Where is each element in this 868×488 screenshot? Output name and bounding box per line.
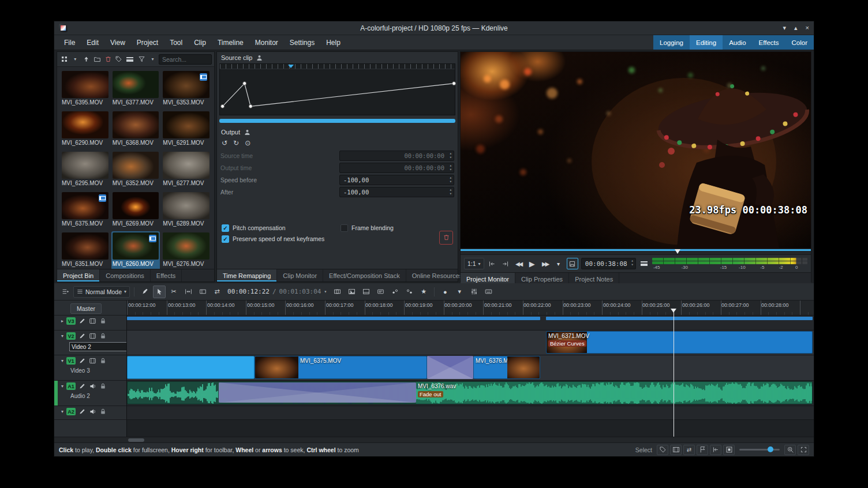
- audio-crossfade[interactable]: [219, 382, 416, 403]
- view-mode-icon[interactable]: [59, 54, 69, 65]
- tab-effect-stack[interactable]: Effect/Composition Stack: [323, 269, 406, 281]
- preserve-speed-checkbox[interactable]: ✓Preserve speed of next keyframes: [222, 235, 324, 243]
- workspace-tab-effects[interactable]: Effects: [753, 35, 785, 50]
- tab-effects[interactable]: Effects: [151, 269, 182, 281]
- maximize-icon[interactable]: ▴: [794, 24, 798, 32]
- thumbnails-icon[interactable]: [345, 286, 358, 298]
- tag-icon[interactable]: [114, 54, 124, 65]
- edit-icon[interactable]: [78, 408, 86, 415]
- bin-clip[interactable]: MVI_6290.MOV: [61, 110, 110, 150]
- lock-icon[interactable]: [99, 382, 107, 390]
- timeline-empty-area[interactable]: [127, 420, 814, 437]
- timeline-playhead[interactable]: [674, 310, 674, 437]
- subtitle-icon[interactable]: [374, 286, 387, 298]
- master-track-button[interactable]: Master: [70, 303, 102, 314]
- curve-zoombar[interactable]: [219, 119, 455, 123]
- bin-clip[interactable]: MVI_6377.MOV: [111, 70, 160, 110]
- track-header-v2[interactable]: ▾ V2: [54, 331, 127, 355]
- fade-in-icon[interactable]: [388, 286, 401, 298]
- remap-curve[interactable]: [220, 73, 457, 114]
- edit-mode-combo[interactable]: Normal Mode▾: [73, 286, 130, 298]
- edit-icon[interactable]: [78, 357, 86, 365]
- mix-clips-icon[interactable]: [331, 286, 343, 298]
- bin-clip[interactable]: MVI_6277.MOV: [162, 151, 211, 190]
- titlebar[interactable]: A-colorful-project / HD 1080p 25 fps — K…: [54, 21, 814, 35]
- workspace-tab-editing[interactable]: Editing: [690, 35, 723, 50]
- timeline-clip-mvi6371[interactable]: MVI_6371.MOV Bézier Curves: [546, 331, 813, 354]
- bin-clip[interactable]: MVI_6395.MOV: [61, 70, 110, 110]
- keyboard-icon[interactable]: [482, 286, 495, 298]
- record-options-chevron-icon[interactable]: ▾: [453, 286, 466, 298]
- tab-project-bin[interactable]: Project Bin: [57, 269, 100, 281]
- monitor-menu-icon[interactable]: [639, 258, 649, 269]
- lock-icon[interactable]: [99, 332, 107, 340]
- speaker-icon[interactable]: [89, 408, 96, 415]
- timeline-clip[interactable]: [127, 317, 540, 320]
- timeline-clip-mvi6376[interactable]: MVI_6376.MOV: [473, 356, 540, 379]
- bin-clip-selected[interactable]: MVI_6260.MOV: [111, 231, 160, 269]
- loop-zone-icon[interactable]: [567, 258, 578, 269]
- prev-keyframe-icon[interactable]: ↺: [222, 139, 227, 147]
- center-keyframe-icon[interactable]: ⊙: [245, 139, 250, 147]
- track-header-v1[interactable]: ▾ V1 Video 3: [54, 355, 127, 381]
- menu-view[interactable]: View: [105, 39, 130, 47]
- track-name-input[interactable]: [69, 342, 127, 351]
- frame-blending-checkbox[interactable]: Frame blending: [341, 224, 394, 232]
- timeline-clip-audio[interactable]: MVI_6376.wav Fade out: [127, 381, 813, 404]
- menu-project[interactable]: Project: [132, 39, 163, 47]
- track-header-a2[interactable]: ▾ A2: [54, 406, 127, 420]
- create-folder-icon[interactable]: [92, 54, 102, 65]
- zoom-slider-handle[interactable]: [768, 446, 773, 452]
- spacer-tool-icon[interactable]: [139, 286, 151, 298]
- thumbnails-toggle-icon[interactable]: [670, 445, 682, 455]
- collapse-icon[interactable]: ▾: [61, 358, 63, 363]
- parent-folder-icon[interactable]: [81, 54, 91, 65]
- record-icon[interactable]: ●: [439, 286, 451, 298]
- pitch-compensation-checkbox[interactable]: ✓Pitch compensation: [222, 224, 337, 232]
- lock-icon[interactable]: [99, 357, 107, 365]
- bin-clip[interactable]: MVI_6276.MOV: [162, 231, 211, 269]
- menu-timeline[interactable]: Timeline: [212, 39, 249, 47]
- menu-monitor[interactable]: Monitor: [250, 39, 283, 47]
- ripple-tool-icon[interactable]: [196, 286, 209, 298]
- track-header-a1[interactable]: ▾ A1 Audio 2: [54, 381, 127, 406]
- minimize-icon[interactable]: ▾: [783, 24, 787, 32]
- monitor-zoom-combo[interactable]: 1:1▾: [464, 258, 484, 269]
- timeline-clip[interactable]: [127, 356, 255, 379]
- tag-toggle-icon[interactable]: [657, 445, 668, 455]
- bin-menu-icon[interactable]: [125, 54, 134, 65]
- video-track-icon[interactable]: [89, 317, 96, 325]
- view-mode-chevron-icon[interactable]: ▾: [70, 54, 80, 65]
- track-a1-lane[interactable]: MVI_6376.wav Fade out: [127, 381, 814, 406]
- spacer-insert-icon[interactable]: [182, 286, 194, 298]
- close-icon[interactable]: ×: [806, 24, 809, 32]
- rewind-icon[interactable]: ◀◀: [514, 258, 524, 269]
- track-badge[interactable]: V1: [66, 357, 76, 365]
- filter-icon[interactable]: [137, 54, 147, 65]
- collapse-icon[interactable]: ▾: [61, 384, 63, 389]
- selection-tool-icon[interactable]: [153, 286, 166, 298]
- track-v3-lane[interactable]: [127, 316, 814, 331]
- bin-clip[interactable]: MVI_6353.MOV: [162, 70, 211, 110]
- edit-icon[interactable]: [78, 332, 86, 340]
- workspace-tab-logging[interactable]: Logging: [653, 35, 690, 50]
- search-input[interactable]: [159, 54, 212, 65]
- filter-chevron-icon[interactable]: ▾: [148, 54, 158, 65]
- delete-keyframe-button[interactable]: [439, 231, 453, 245]
- delete-icon[interactable]: [103, 54, 113, 65]
- crossfade-transition[interactable]: [427, 356, 473, 379]
- keyframe-curve-editor[interactable]: [219, 63, 455, 115]
- speed-before-spinbox[interactable]: -100,00▴▾: [339, 175, 454, 185]
- bin-clip[interactable]: MVI_6291.MOV: [162, 110, 211, 150]
- track-v2-lane[interactable]: MVI_6371.MOV Bézier Curves: [127, 331, 814, 355]
- zone-in-icon[interactable]: [487, 258, 497, 269]
- video-track-icon[interactable]: [89, 332, 96, 340]
- track-badge[interactable]: A1: [66, 382, 76, 390]
- menu-edit[interactable]: Edit: [81, 39, 104, 47]
- monitor-timecode-spinbox[interactable]: 00:00:38:08▴▾: [581, 258, 636, 269]
- menu-settings[interactable]: Settings: [285, 39, 320, 47]
- favorite-effects-icon[interactable]: ★: [417, 286, 430, 298]
- fade-out-icon[interactable]: [403, 286, 416, 298]
- next-keyframe-icon[interactable]: ↻: [233, 139, 239, 147]
- bin-clip[interactable]: MVI_6295.MOV: [61, 151, 110, 190]
